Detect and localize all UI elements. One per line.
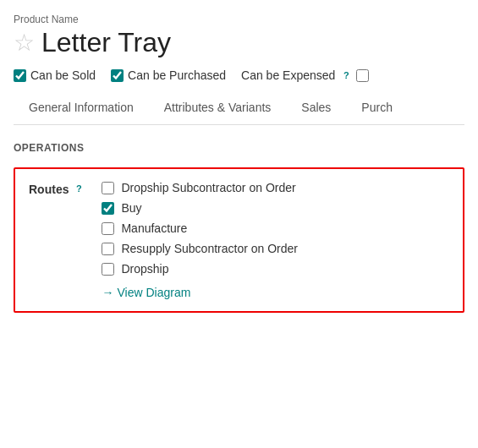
route-item-dropship[interactable]: Dropship: [102, 262, 298, 276]
can-be-expensed-help-icon[interactable]: ?: [340, 69, 352, 81]
tabs-container: General Information Attributes & Variant…: [14, 92, 464, 125]
view-diagram-label: View Diagram: [117, 286, 190, 299]
arrow-right-icon: →: [102, 286, 113, 299]
checkboxes-row: Can be Sold Can be Purchased Can be Expe…: [14, 68, 464, 82]
can-be-purchased-label: Can be Purchased: [128, 68, 226, 82]
routes-help-icon[interactable]: ?: [73, 183, 85, 194]
route-item[interactable]: Buy: [102, 201, 298, 215]
tab-purchase[interactable]: Purch: [346, 92, 408, 124]
dropship-checkbox[interactable]: [102, 263, 114, 276]
routes-label-container: Routes ?: [29, 181, 85, 299]
can-be-sold-checkbox-item[interactable]: Can be Sold: [14, 68, 96, 82]
dropship-subcontractor-checkbox[interactable]: [102, 182, 114, 194]
view-diagram-link[interactable]: → View Diagram: [102, 286, 298, 299]
product-title-row: ☆ Letter Tray: [14, 27, 464, 58]
buy-checkbox[interactable]: [102, 202, 114, 215]
can-be-purchased-checkbox[interactable]: [111, 69, 124, 82]
route-label: Manufacture: [121, 221, 187, 235]
route-label: Resupply Subcontractor on Order: [121, 242, 298, 255]
operations-box: Routes ? Dropship Subcontractor on Order…: [14, 167, 464, 313]
can-be-sold-checkbox[interactable]: [14, 69, 26, 82]
can-be-sold-label: Can be Sold: [30, 68, 96, 82]
product-title: Letter Tray: [41, 27, 171, 58]
can-be-expensed-checkbox[interactable]: [356, 69, 369, 82]
favorite-star-icon[interactable]: ☆: [14, 31, 35, 55]
routes-label-text: Routes: [29, 183, 69, 196]
content-area: OPERATIONS Routes ? Dropship Subcontract…: [0, 125, 478, 330]
resupply-subcontractor-checkbox[interactable]: [102, 243, 114, 255]
tab-sales[interactable]: Sales: [286, 92, 346, 124]
can-be-expensed-checkbox-item[interactable]: Can be Expensed ?: [241, 68, 369, 82]
product-name-label: Product Name: [14, 14, 464, 25]
tab-attributes-variants[interactable]: Attributes & Variants: [149, 92, 287, 124]
operations-section-title: OPERATIONS: [14, 142, 464, 154]
routes-list: Dropship Subcontractor on Order Buy Manu…: [102, 181, 298, 299]
route-item[interactable]: Resupply Subcontractor on Order: [102, 242, 298, 255]
manufacture-checkbox[interactable]: [102, 222, 114, 235]
can-be-purchased-checkbox-item[interactable]: Can be Purchased: [111, 68, 226, 82]
tab-general-information[interactable]: General Information: [14, 92, 149, 124]
route-label: Buy: [121, 201, 141, 215]
can-be-expensed-label: Can be Expensed: [241, 68, 335, 82]
route-label: Dropship: [121, 262, 168, 276]
route-label: Dropship Subcontractor on Order: [121, 181, 295, 194]
route-item[interactable]: Dropship Subcontractor on Order: [102, 181, 298, 194]
route-item[interactable]: Manufacture: [102, 221, 298, 235]
